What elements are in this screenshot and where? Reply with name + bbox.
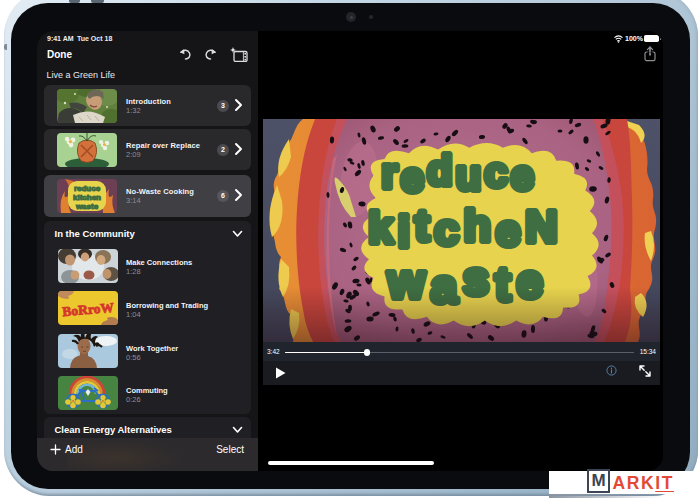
svg-text:kitchen: kitchen — [73, 193, 101, 202]
svg-text:reduce: reduce — [381, 147, 537, 201]
svg-text:reduce: reduce — [74, 184, 101, 193]
svg-text:kitcheN: kitcheN — [368, 200, 562, 257]
svg-text:waste: waste — [75, 202, 99, 211]
